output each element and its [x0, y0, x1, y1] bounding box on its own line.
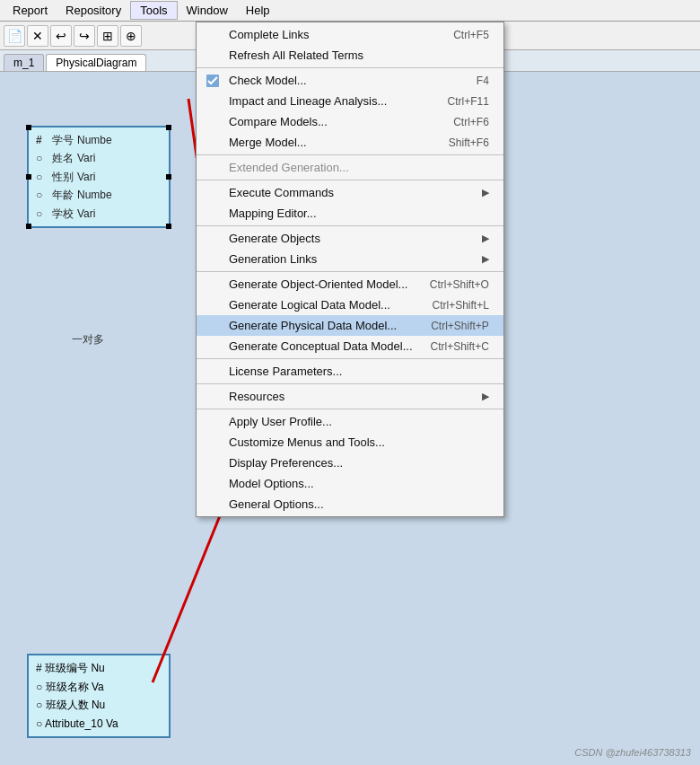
- field2-name-4: Attribute_10: [45, 717, 103, 730]
- menu-display-prefs[interactable]: Display Preferences...: [197, 453, 503, 473]
- separator-2: [197, 154, 503, 155]
- menu-item-shortcut: Ctrl+Shift+O: [430, 278, 489, 291]
- menu-model-options[interactable]: Model Options...: [197, 473, 503, 494]
- submenu-arrow: ▶: [482, 391, 489, 402]
- separator-5: [197, 271, 503, 272]
- menu-item-label: Execute Commands: [229, 186, 334, 199]
- toolbar-btn-6[interactable]: ⊕: [120, 25, 142, 47]
- field2-type-1: Nu: [91, 662, 104, 674]
- field2-type-3: Nu: [92, 699, 105, 711]
- field2-name-2: 班级名称: [46, 681, 89, 693]
- field2-name-3: 班级人数: [46, 699, 89, 711]
- menu-general-options[interactable]: General Options...: [197, 494, 503, 514]
- menu-apply-user-profile[interactable]: Apply User Profile...: [197, 411, 503, 432]
- menu-impact-analysis[interactable]: Impact and Lineage Analysis... Ctrl+F11: [197, 91, 503, 111]
- menu-item-label: Complete Links: [229, 28, 310, 41]
- separator-8: [197, 409, 503, 409]
- handle-tl: [26, 125, 31, 130]
- toolbar-btn-undo[interactable]: ↩: [50, 25, 72, 47]
- menu-item-label: Generation Links: [229, 252, 317, 266]
- field2-type-4: Va: [106, 717, 118, 730]
- menu-item-shortcut: Ctrl+Shift+L: [433, 299, 489, 312]
- menu-execute-commands[interactable]: Execute Commands ▶: [197, 182, 503, 203]
- entity-row-5: ○ 学校 Vari: [36, 205, 162, 223]
- menu-item-label: Customize Menus and Tools...: [229, 435, 385, 449]
- menu-item-shortcut: Ctrl+F6: [453, 116, 489, 128]
- symbol-3: ○: [36, 168, 48, 186]
- symbol2-4: ○: [36, 717, 42, 730]
- menu-window[interactable]: Window: [178, 2, 237, 19]
- separator-7: [197, 383, 503, 384]
- menu-item-label: Merge Model...: [229, 136, 307, 149]
- entity-row-2: ○ 姓名 Vari: [36, 149, 162, 167]
- menu-item-label: Apply User Profile...: [229, 415, 332, 428]
- toolbar-btn-redo[interactable]: ↪: [74, 25, 95, 47]
- menu-merge-model[interactable]: Merge Model... Shift+F6: [197, 132, 503, 153]
- field-name-4: 年龄: [52, 186, 74, 204]
- entity-box-1: # 学号 Numbe ○ 姓名 Vari ○ 性别 Vari ○ 年龄 Numb…: [27, 126, 171, 228]
- menu-help[interactable]: Help: [237, 2, 279, 19]
- menu-item-label: Generate Object-Oriented Model...: [229, 277, 407, 291]
- menu-gen-physical-model[interactable]: Generate Physical Data Model... Ctrl+Shi…: [197, 315, 503, 336]
- symbol-2: ○: [36, 149, 48, 167]
- menu-license-params[interactable]: License Parameters...: [197, 361, 503, 382]
- handle-mr: [166, 174, 171, 180]
- menu-item-shortcut: F4: [477, 75, 489, 87]
- menu-tools[interactable]: Tools: [130, 1, 177, 20]
- menu-item-label: Resources: [229, 390, 284, 403]
- toolbar-btn-close[interactable]: ✕: [27, 25, 48, 47]
- menu-item-label: Check Model...: [229, 74, 307, 87]
- field2-type-2: Va: [92, 681, 104, 693]
- submenu-arrow: ▶: [482, 187, 489, 198]
- menu-refresh-terms[interactable]: Refresh All Related Terms: [197, 45, 503, 66]
- entity-row-1: # 学号 Numbe: [36, 131, 162, 149]
- menu-item-label: Impact and Lineage Analysis...: [229, 94, 387, 108]
- menu-item-shortcut: Ctrl+F11: [448, 95, 489, 108]
- toolbar-btn-5[interactable]: ⊞: [97, 25, 118, 47]
- relationship-text: 一对多: [72, 332, 104, 347]
- entity2-row-4: ○ Attribute_10 Va: [36, 715, 162, 733]
- menu-compare-models[interactable]: Compare Models... Ctrl+F6: [197, 111, 503, 132]
- menu-item-label: Generate Objects: [229, 232, 320, 245]
- separator-4: [197, 225, 503, 226]
- tab-m1[interactable]: m_1: [4, 54, 44, 71]
- menu-extended-generation[interactable]: Extended Generation...: [197, 157, 503, 178]
- menu-generation-links[interactable]: Generation Links ▶: [197, 249, 503, 269]
- menu-customize-menus[interactable]: Customize Menus and Tools...: [197, 432, 503, 453]
- field-type-3: Vari: [77, 168, 95, 186]
- field-type-4: Numbe: [77, 186, 112, 204]
- separator-6: [197, 358, 503, 359]
- menu-gen-conceptual-model[interactable]: Generate Conceptual Data Model... Ctrl+S…: [197, 336, 503, 356]
- menubar: Report Repository Tools Window Help: [0, 0, 700, 22]
- menu-check-model[interactable]: Check Model... F4: [197, 70, 503, 91]
- menu-gen-oo-model[interactable]: Generate Object-Oriented Model... Ctrl+S…: [197, 274, 503, 295]
- tools-dropdown-menu: Complete Links Ctrl+F5 Refresh All Relat…: [196, 22, 504, 517]
- symbol-5: ○: [36, 205, 48, 223]
- separator-1: [197, 67, 503, 68]
- entity2-row-2: ○ 班级名称 Va: [36, 678, 162, 696]
- entity-row-3: ○ 性别 Vari: [36, 168, 162, 186]
- toolbar-btn-1[interactable]: 📄: [4, 25, 25, 47]
- check-model-icon: [204, 72, 222, 90]
- field-type-1: Numbe: [77, 131, 112, 149]
- field-name-5: 学校: [52, 205, 74, 223]
- menu-item-shortcut: Shift+F6: [449, 136, 489, 149]
- menu-item-label: General Options...: [229, 497, 324, 511]
- field-name-2: 姓名: [52, 149, 74, 167]
- menu-resources[interactable]: Resources ▶: [197, 386, 503, 407]
- menu-item-label: Generate Physical Data Model...: [229, 319, 397, 332]
- tab-physical-diagram[interactable]: PhysicalDiagram: [46, 54, 146, 71]
- menu-gen-logical-model[interactable]: Generate Logical Data Model... Ctrl+Shif…: [197, 295, 503, 315]
- symbol2-3: ○: [36, 699, 42, 711]
- field-type-2: Vari: [77, 149, 95, 167]
- field-name-3: 性别: [52, 168, 74, 186]
- symbol-1: #: [36, 131, 48, 149]
- handle-br: [166, 224, 171, 229]
- symbol-4: ○: [36, 186, 48, 204]
- menu-repository[interactable]: Repository: [57, 2, 130, 19]
- submenu-arrow: ▶: [482, 253, 489, 265]
- menu-generate-objects[interactable]: Generate Objects ▶: [197, 228, 503, 249]
- menu-complete-links[interactable]: Complete Links Ctrl+F5: [197, 24, 503, 45]
- menu-mapping-editor[interactable]: Mapping Editor...: [197, 203, 503, 224]
- menu-report[interactable]: Report: [4, 2, 57, 19]
